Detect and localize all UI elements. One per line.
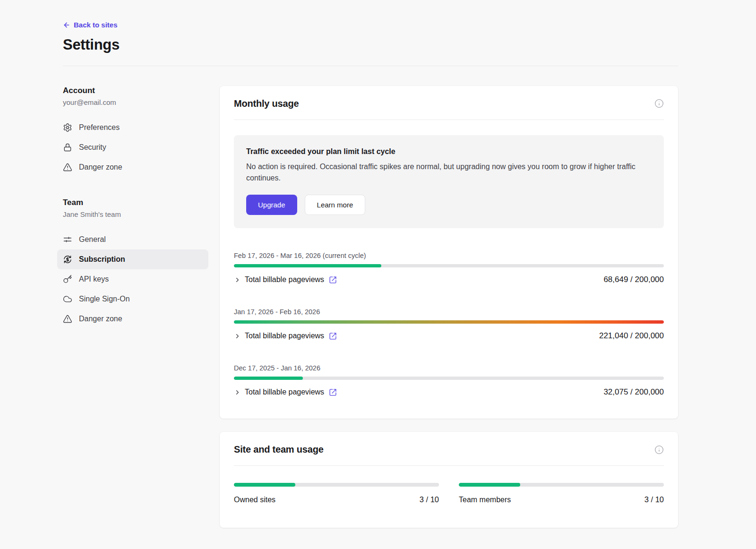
sidebar-item-label: Preferences [79,123,120,132]
usage-progress-fill-over-limit [234,320,664,324]
sidebar-item-label: General [79,235,106,244]
cloud-icon [63,294,72,304]
info-icon [654,445,664,455]
usage-progress-track [234,264,664,267]
external-link-icon[interactable] [329,388,337,396]
owned-sites-meter: Owned sites 3 / 10 [234,483,439,504]
lock-icon [63,143,72,152]
back-link-label: Back to sites [74,21,118,29]
usage-progress-track [234,320,664,324]
sidebar-item-label: Security [79,143,106,152]
sidebar-item-danger-zone-team[interactable]: Danger zone [57,309,208,329]
sidebar-item-single-sign-on[interactable]: Single Sign-On [57,289,208,309]
cycle-period: Dec 17, 2025 - Jan 16, 2026 [234,364,664,372]
team-section: Team Jane Smith's team General Subscript… [63,198,208,329]
team-members-label: Team members [459,496,511,504]
dollar-refresh-icon [63,255,72,264]
settings-sidebar: Account your@email.com Preferences Secur… [63,86,208,329]
sidebar-item-danger-zone-account[interactable]: Danger zone [57,157,208,177]
sidebar-item-label: Danger zone [79,163,122,172]
owned-sites-label: Owned sites [234,496,275,504]
sidebar-item-general[interactable]: General [57,230,208,249]
usage-cycle-previous: Jan 17, 2026 - Feb 16, 2026 Total billab… [234,308,664,341]
usage-cycle-older: Dec 17, 2025 - Jan 16, 2026 Total billab… [234,364,664,397]
upgrade-button[interactable]: Upgrade [246,195,297,215]
owned-sites-value: 3 / 10 [420,495,439,504]
team-members-track [459,483,664,487]
team-members-value: 3 / 10 [644,495,664,504]
site-team-usage-card: Site and team usage Owned sites [220,432,678,528]
settings-content: Monthly usage Traffic exceeded your plan… [220,86,678,544]
card-divider [234,465,664,466]
site-team-usage-title: Site and team usage [234,444,324,455]
chevron-right-icon [234,389,241,396]
chevron-right-icon [234,333,241,340]
sidebar-item-label: Single Sign-On [79,295,130,303]
account-section: Account your@email.com Preferences Secur… [63,86,208,177]
team-nav: General Subscription API keys [63,230,208,329]
header-divider [63,66,678,66]
account-heading: Account [63,86,208,95]
owned-sites-fill [234,483,295,487]
chevron-right-icon [234,276,241,283]
settings-page: Back to sites Settings Account your@emai… [0,0,756,544]
traffic-exceeded-notice: Traffic exceeded your plan limit last cy… [234,135,664,229]
billable-pageviews-toggle[interactable]: Total billable pageviews [234,275,337,284]
usage-cycles: Feb 17, 2026 - Mar 16, 2026 (current cyc… [234,252,664,397]
sidebar-item-label: Danger zone [79,315,122,323]
cycle-period: Jan 17, 2026 - Feb 16, 2026 [234,308,664,316]
monthly-usage-info-button[interactable] [654,99,664,108]
sidebar-item-label: Subscription [79,255,125,264]
external-link-icon[interactable] [329,332,337,340]
gear-icon [63,123,72,132]
account-nav: Preferences Security Danger zone [63,118,208,177]
team-members-meter: Team members 3 / 10 [459,483,664,504]
account-email: your@email.com [63,98,208,106]
sidebar-item-subscription[interactable]: Subscription [57,249,208,269]
metric-value: 32,075 / 200,000 [603,387,664,397]
monthly-usage-title: Monthly usage [234,98,299,109]
learn-more-button[interactable]: Learn more [305,195,366,215]
warning-triangle-icon [63,163,72,172]
sidebar-item-api-keys[interactable]: API keys [57,269,208,289]
card-divider [234,120,664,120]
metric-value: 68,649 / 200,000 [603,275,664,284]
sidebar-item-security[interactable]: Security [57,137,208,157]
warning-triangle-icon [63,314,72,324]
info-icon [654,99,664,108]
site-team-meters: Owned sites 3 / 10 Team members 3 / 10 [234,483,664,504]
metric-label: Total billable pageviews [245,332,324,340]
sidebar-item-label: API keys [79,275,109,283]
owned-sites-track [234,483,439,487]
external-link-icon[interactable] [329,276,337,284]
sliders-icon [63,235,72,244]
notice-body: No action is required. Occasional traffi… [246,161,652,185]
usage-progress-fill [234,377,303,380]
usage-progress-track [234,377,664,380]
back-to-sites-link[interactable]: Back to sites [63,21,118,29]
billable-pageviews-toggle[interactable]: Total billable pageviews [234,388,337,396]
back-arrow-icon [63,21,70,29]
cycle-period: Feb 17, 2026 - Mar 16, 2026 (current cyc… [234,252,664,259]
team-name: Jane Smith's team [63,210,208,218]
notice-title: Traffic exceeded your plan limit last cy… [246,147,652,156]
metric-label: Total billable pageviews [245,388,324,396]
usage-cycle-current: Feb 17, 2026 - Mar 16, 2026 (current cyc… [234,252,664,284]
usage-progress-fill [234,264,381,267]
key-icon [63,274,72,284]
metric-value: 221,040 / 200,000 [599,331,664,341]
team-members-fill [459,483,520,487]
team-heading: Team [63,198,208,207]
site-team-usage-info-button[interactable] [654,445,664,455]
monthly-usage-card: Monthly usage Traffic exceeded your plan… [220,86,678,419]
sidebar-item-preferences[interactable]: Preferences [57,118,208,137]
billable-pageviews-toggle[interactable]: Total billable pageviews [234,332,337,340]
page-title: Settings [63,36,678,53]
metric-label: Total billable pageviews [245,275,324,284]
